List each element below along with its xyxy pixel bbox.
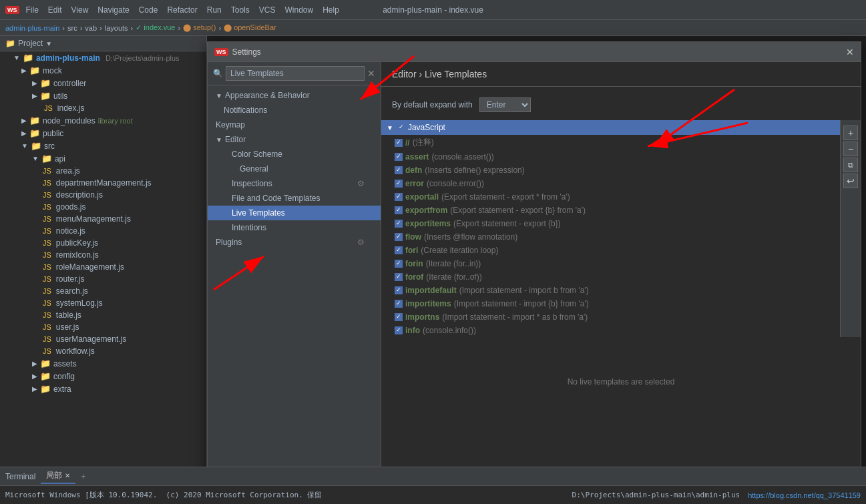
- settings-inspections[interactable]: Inspections ⚙: [208, 176, 381, 191]
- settings-keymap[interactable]: Keymap: [208, 117, 381, 132]
- settings-general[interactable]: General: [208, 162, 381, 176]
- breadcrumb-item-0[interactable]: admin-plus-main: [5, 24, 59, 32]
- template-importns[interactable]: importns (Import statement - import * as…: [381, 310, 840, 324]
- tree-node-modules[interactable]: ▶ 📁 node_modules library root: [0, 114, 206, 127]
- template-importdefault[interactable]: importdefault (Import statement - import…: [381, 284, 840, 297]
- breadcrumb-open-sidebar[interactable]: ⬤ openSideBar: [224, 23, 276, 32]
- exportitems-checkbox[interactable]: [395, 220, 403, 228]
- section-appearance-header[interactable]: ▼ Appearance & Behavior: [208, 88, 381, 103]
- assert-checkbox[interactable]: [395, 153, 403, 161]
- template-importitems[interactable]: importitems (Import statement - import {…: [381, 297, 840, 310]
- settings-live-templates[interactable]: Live Templates: [208, 206, 381, 220]
- template-assert[interactable]: assert (console.assert()): [381, 150, 840, 164]
- settings-intentions[interactable]: Intentions: [208, 220, 381, 235]
- add-template-button[interactable]: +: [843, 125, 858, 140]
- exportall-checkbox[interactable]: [395, 193, 403, 201]
- menu-run[interactable]: Run: [207, 5, 222, 15]
- tree-menu-mgmt[interactable]: JS menuManagement.js: [0, 213, 206, 225]
- importdefault-checkbox[interactable]: [395, 286, 403, 294]
- breadcrumb-item-1[interactable]: src: [67, 24, 77, 32]
- menu-code[interactable]: Code: [139, 5, 158, 15]
- info-checkbox[interactable]: [395, 326, 403, 334]
- menu-edit[interactable]: Edit: [48, 5, 62, 15]
- settings-search-input[interactable]: [226, 66, 365, 81]
- settings-plugins[interactable]: Plugins ⚙: [208, 235, 381, 250]
- breadcrumb-item-3[interactable]: layouts: [105, 24, 128, 32]
- tree-area[interactable]: JS area.js: [0, 165, 206, 177]
- template-comment[interactable]: // (注释): [381, 135, 840, 150]
- tree-user-mgmt[interactable]: JS userManagement.js: [0, 333, 206, 345]
- tree-src[interactable]: ▼ 📁 src: [0, 140, 206, 152]
- terminal-add-button[interactable]: +: [81, 472, 85, 481]
- forof-checkbox[interactable]: [395, 273, 403, 281]
- tree-mock-index[interactable]: JS index.js: [0, 102, 206, 114]
- status-url[interactable]: https://blog.csdn.net/qq_37541159: [748, 491, 861, 499]
- project-dropdown-icon[interactable]: ▼: [45, 40, 52, 47]
- tree-mock[interactable]: ▶ 📁 mock: [0, 64, 206, 77]
- expand-with-select[interactable]: Enter: [479, 97, 531, 112]
- tree-utils[interactable]: ▶ 📁 utils: [0, 89, 206, 102]
- copy-template-button[interactable]: ⧉: [843, 158, 858, 172]
- menu-help[interactable]: Help: [322, 5, 339, 15]
- forin-checkbox[interactable]: [395, 260, 403, 268]
- template-defn[interactable]: defn (Inserts define() expression): [381, 164, 840, 177]
- menu-refactor[interactable]: Refactor: [167, 5, 197, 15]
- comment-checkbox[interactable]: [395, 139, 403, 147]
- exportfrom-checkbox[interactable]: [395, 206, 403, 214]
- settings-file-templates[interactable]: File and Code Templates: [208, 191, 381, 206]
- flow-checkbox[interactable]: [395, 233, 403, 241]
- template-error[interactable]: error (console.error()): [381, 177, 840, 190]
- tree-role[interactable]: JS roleManagement.js: [0, 261, 206, 273]
- tree-remix[interactable]: JS remixIcon.js: [0, 249, 206, 261]
- template-exportfrom[interactable]: exportfrom (Export statement - export {b…: [381, 204, 840, 217]
- tree-controller[interactable]: ▶ 📁 controller: [0, 77, 206, 89]
- remove-template-button[interactable]: −: [843, 142, 858, 156]
- tree-syslog[interactable]: JS systemLog.js: [0, 297, 206, 309]
- terminal-tab-close[interactable]: ✕: [65, 472, 70, 479]
- breadcrumb-setup[interactable]: ⬤ setup(): [183, 23, 216, 32]
- tree-root[interactable]: ▼ 📁 admin-plus-main D:\Projects\admin-pl…: [0, 51, 206, 64]
- section-editor-header[interactable]: ▼ Editor: [208, 132, 381, 147]
- menu-window[interactable]: Window: [284, 5, 313, 15]
- javascript-group-header[interactable]: ▼ JavaScript: [381, 120, 840, 135]
- template-exportitems[interactable]: exportitems (Export statement - export {…: [381, 217, 840, 230]
- tree-config[interactable]: ▶ 📁 config: [0, 370, 206, 383]
- settings-notifications[interactable]: Notifications: [208, 103, 381, 117]
- tree-search[interactable]: JS search.js: [0, 285, 206, 297]
- error-checkbox[interactable]: [395, 180, 403, 188]
- tree-table[interactable]: JS table.js: [0, 309, 206, 321]
- tree-api[interactable]: ▼ 📁 api: [0, 152, 206, 165]
- js-group-checkbox[interactable]: [397, 123, 405, 132]
- menu-view[interactable]: View: [71, 5, 89, 15]
- menu-file[interactable]: File: [26, 5, 39, 15]
- restore-template-button[interactable]: ↩: [843, 174, 858, 188]
- template-forof[interactable]: forof (Iterate (for..of)): [381, 270, 840, 284]
- fori-checkbox[interactable]: [395, 246, 403, 254]
- tree-extra[interactable]: ▶ 📁 extra: [0, 383, 206, 395]
- tree-router[interactable]: JS router.js: [0, 273, 206, 285]
- template-exportall[interactable]: exportall (Export statement - export * f…: [381, 190, 840, 204]
- tree-workflow[interactable]: JS workflow.js: [0, 345, 206, 357]
- template-forin[interactable]: forin (Iterate (for..in)): [381, 257, 840, 270]
- template-flow[interactable]: flow (Inserts @flow annotation): [381, 230, 840, 244]
- search-clear-button[interactable]: ✕: [367, 68, 375, 79]
- terminal-tab[interactable]: 局部 ✕: [41, 469, 75, 484]
- settings-colorscheme[interactable]: Color Scheme: [208, 147, 381, 162]
- template-fori[interactable]: fori (Create iteration loop): [381, 244, 840, 257]
- defn-checkbox[interactable]: [395, 166, 403, 174]
- dialog-close-button[interactable]: ✕: [846, 47, 854, 57]
- tree-assets[interactable]: ▶ 📁 assets: [0, 357, 206, 370]
- tree-goods[interactable]: JS goods.js: [0, 201, 206, 213]
- breadcrumb-item-2[interactable]: vab: [85, 24, 97, 32]
- importitems-checkbox[interactable]: [395, 300, 403, 308]
- menu-vcs[interactable]: VCS: [259, 5, 276, 15]
- tree-notice[interactable]: JS notice.js: [0, 225, 206, 237]
- tree-pubkey[interactable]: JS publicKey.js: [0, 237, 206, 249]
- menu-tools[interactable]: Tools: [231, 5, 250, 15]
- tree-public[interactable]: ▶ 📁 public: [0, 127, 206, 140]
- breadcrumb-vue-file[interactable]: ✓ index.vue: [136, 23, 175, 32]
- menu-navigate[interactable]: Navigate: [97, 5, 129, 15]
- tree-user[interactable]: JS user.js: [0, 321, 206, 333]
- tree-dept[interactable]: JS departmentManagement.js: [0, 177, 206, 189]
- importns-checkbox[interactable]: [395, 313, 403, 321]
